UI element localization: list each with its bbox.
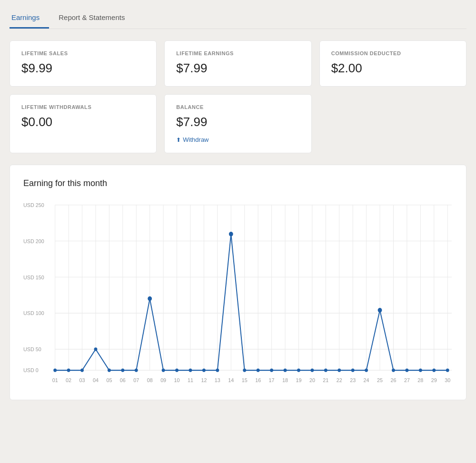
chart-dot-highlighted	[229, 232, 233, 236]
svg-text:28: 28	[417, 377, 423, 383]
tab-earnings[interactable]: Earnings	[10, 8, 49, 29]
svg-text:05: 05	[106, 377, 112, 383]
svg-text:26: 26	[390, 377, 396, 383]
card-commission-deducted: COMMISSION DEDUCTED $2.00	[319, 40, 466, 87]
withdraw-icon: ⬆	[176, 137, 181, 143]
svg-text:06: 06	[120, 377, 126, 383]
chart-dot	[419, 368, 422, 372]
card-balance-label: BALANCE	[176, 104, 299, 110]
chart-dot	[297, 368, 300, 372]
svg-text:25: 25	[377, 377, 383, 383]
card-lifetime-earnings-value: $7.99	[176, 61, 299, 76]
svg-text:15: 15	[242, 377, 248, 383]
card-lifetime-sales: LIFETIME SALES $9.99	[10, 40, 157, 87]
chart-dot	[270, 368, 273, 372]
svg-text:21: 21	[323, 377, 328, 383]
chart-area: USD 250 USD 200 USD 150 USD 100 USD 50 U…	[23, 198, 453, 390]
svg-text:16: 16	[255, 377, 261, 383]
svg-text:13: 13	[215, 377, 220, 383]
svg-text:04: 04	[93, 377, 99, 383]
chart-section: Earning for this month USD 250 USD 200 U…	[10, 165, 466, 400]
svg-text:18: 18	[282, 377, 288, 383]
svg-text:20: 20	[309, 377, 315, 383]
chart-dot	[284, 368, 287, 372]
svg-text:17: 17	[269, 377, 275, 383]
card-lifetime-sales-value: $9.99	[21, 61, 145, 76]
svg-text:02: 02	[66, 377, 71, 383]
svg-text:USD 100: USD 100	[23, 310, 44, 316]
chart-dot	[80, 368, 84, 372]
chart-dot	[189, 368, 192, 372]
chart-dot	[67, 368, 70, 372]
chart-dot	[162, 368, 165, 372]
chart-dot	[121, 368, 124, 372]
chart-dot	[108, 368, 111, 372]
svg-text:01: 01	[52, 377, 58, 383]
svg-text:14: 14	[228, 377, 234, 383]
svg-text:11: 11	[188, 377, 193, 383]
chart-dot-highlighted	[378, 308, 382, 312]
chart-dot	[337, 368, 341, 372]
chart-dot	[243, 368, 246, 372]
cards-row-2: LIFETIME WITHDRAWALS $0.00 BALANCE $7.99…	[10, 94, 466, 153]
svg-text:30: 30	[445, 377, 450, 383]
chart-dot	[216, 368, 219, 372]
svg-text:12: 12	[201, 377, 207, 383]
svg-text:29: 29	[431, 377, 437, 383]
svg-text:07: 07	[133, 377, 139, 383]
svg-text:27: 27	[404, 377, 410, 383]
chart-title: Earning for this month	[23, 178, 453, 188]
chart-dot	[257, 368, 260, 372]
tab-report-statements[interactable]: Report & Statements	[57, 8, 134, 29]
card-balance: BALANCE $7.99 ⬆ Withdraw	[164, 94, 311, 153]
card-lifetime-withdrawals: LIFETIME WITHDRAWALS $0.00	[10, 94, 157, 153]
chart-dot	[310, 368, 314, 372]
chart-dot	[365, 368, 368, 372]
svg-text:USD 200: USD 200	[23, 238, 44, 244]
svg-text:10: 10	[174, 377, 180, 383]
svg-text:22: 22	[337, 377, 342, 383]
chart-dot	[405, 368, 408, 372]
svg-text:24: 24	[364, 377, 369, 383]
card-commission-deducted-label: COMMISSION DEDUCTED	[331, 50, 455, 56]
chart-dot	[446, 368, 449, 372]
chart-dot	[432, 368, 436, 372]
withdraw-label: Withdraw	[183, 136, 208, 143]
chart-dot	[351, 368, 355, 372]
svg-text:USD 50: USD 50	[23, 346, 41, 352]
svg-text:03: 03	[79, 377, 85, 383]
tab-bar: Earnings Report & Statements	[10, 0, 466, 29]
card-lifetime-withdrawals-label: LIFETIME WITHDRAWALS	[21, 104, 145, 110]
chart-dot	[135, 368, 138, 372]
card-lifetime-earnings-label: LIFETIME EARNINGS	[176, 50, 299, 56]
chart-dot	[175, 368, 178, 372]
svg-text:23: 23	[350, 377, 356, 383]
card-lifetime-sales-label: LIFETIME SALES	[21, 50, 145, 56]
chart-dot	[324, 368, 327, 372]
svg-text:09: 09	[160, 377, 166, 383]
svg-text:USD 150: USD 150	[23, 274, 44, 280]
earnings-chart: USD 250 USD 200 USD 150 USD 100 USD 50 U…	[23, 198, 453, 388]
cards-row-1: LIFETIME SALES $9.99 LIFETIME EARNINGS $…	[10, 40, 466, 87]
chart-dot	[392, 368, 395, 372]
chart-dot	[94, 347, 98, 351]
chart-line	[55, 234, 448, 370]
card-balance-value: $7.99	[176, 115, 299, 129]
withdraw-button[interactable]: ⬆ Withdraw	[176, 136, 299, 143]
card-lifetime-withdrawals-value: $0.00	[21, 115, 145, 129]
card-lifetime-earnings: LIFETIME EARNINGS $7.99	[164, 40, 311, 87]
chart-dot-highlighted	[148, 296, 152, 301]
svg-text:08: 08	[147, 377, 153, 383]
svg-text:19: 19	[296, 377, 301, 383]
chart-dot	[202, 368, 206, 372]
svg-text:USD 0: USD 0	[23, 367, 39, 373]
chart-dot	[53, 368, 57, 372]
svg-text:USD 250: USD 250	[23, 202, 44, 208]
card-commission-deducted-value: $2.00	[331, 61, 455, 76]
